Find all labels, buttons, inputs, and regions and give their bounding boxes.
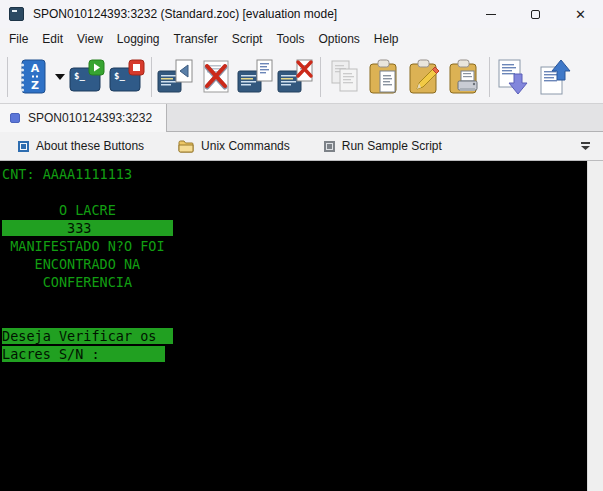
terminal-line xyxy=(2,183,587,201)
toolbar-separator xyxy=(151,57,152,97)
download-file-icon xyxy=(495,58,533,96)
disconnect-terminal-icon: $_ xyxy=(108,58,146,96)
session-tab-label: SPON010124393:3232 xyxy=(28,111,152,125)
menu-item-edit[interactable]: Edit xyxy=(35,29,70,49)
abort-transfer-icon xyxy=(197,58,235,96)
svg-text:Z: Z xyxy=(31,79,39,92)
close-icon: ✕ xyxy=(575,8,586,21)
window-title: SPON010124393:3232 (Standard.zoc) [evalu… xyxy=(33,7,468,21)
toolbar-separator xyxy=(489,57,490,97)
button-label: Unix Commands xyxy=(201,139,290,153)
terminal-line: Deseja Verificar os xyxy=(2,327,587,345)
chevron-down-icon xyxy=(55,74,65,80)
run-sample-script-button[interactable]: Run Sample Script xyxy=(320,137,446,155)
menu-item-file[interactable]: File xyxy=(2,29,35,49)
terminal-line: MANIFESTADO N?O FOI xyxy=(2,237,587,255)
button-label: About these Buttons xyxy=(36,139,144,153)
connect-terminal-icon: $_ xyxy=(68,58,106,96)
title-bar: SPON010124393:3232 (Standard.zoc) [evalu… xyxy=(0,0,603,28)
terminal-line: O LACRE xyxy=(2,201,587,219)
svg-text:$_: $_ xyxy=(114,71,125,81)
toolbar: A Z $_ $_ xyxy=(0,50,603,104)
terminal-line: Lacres S/N : xyxy=(2,345,587,363)
disconnect-button[interactable]: $_ xyxy=(107,53,147,101)
session-tab[interactable]: SPON010124393:3232 xyxy=(0,104,167,132)
tab-strip-filler xyxy=(167,104,603,132)
terminal-area: CNT: AAAA1111113 O LACRE 333 MANIFESTADO… xyxy=(0,161,603,491)
terminal-line xyxy=(2,309,587,327)
menu-bar: File Edit View Logging Transfer Script T… xyxy=(0,28,603,50)
upload-file-button[interactable] xyxy=(534,53,574,101)
maximize-icon xyxy=(531,10,540,19)
abort-send-button[interactable] xyxy=(276,53,316,101)
connect-button[interactable]: $_ xyxy=(67,53,107,101)
toolbar-separator xyxy=(320,57,321,97)
about-these-buttons-button[interactable]: About these Buttons xyxy=(14,137,148,155)
session-tab-icon xyxy=(10,113,20,123)
svg-text:A: A xyxy=(31,62,40,75)
menu-item-script[interactable]: Script xyxy=(225,29,270,49)
app-terminal-icon xyxy=(9,7,24,21)
receive-file-icon xyxy=(157,58,195,96)
paste-icon xyxy=(366,58,404,96)
print-clipboard-icon xyxy=(446,58,484,96)
paste-edit-icon xyxy=(406,58,444,96)
copy-button[interactable] xyxy=(325,53,365,101)
folder-icon xyxy=(178,140,194,153)
abort-transfer-button[interactable] xyxy=(196,53,236,101)
menu-item-transfer[interactable]: Transfer xyxy=(167,29,225,49)
maximize-button[interactable] xyxy=(513,0,558,28)
paste-edit-button[interactable] xyxy=(405,53,445,101)
terminal-line: ENCONTRADO NA xyxy=(2,255,587,273)
button-label: Run Sample Script xyxy=(342,139,442,153)
terminal-line: CNT: AAAA1111113 xyxy=(2,165,587,183)
minimize-button[interactable] xyxy=(468,0,513,28)
close-button[interactable]: ✕ xyxy=(558,0,603,28)
minimize-icon xyxy=(486,14,496,15)
receive-file-button[interactable] xyxy=(156,53,196,101)
terminal-line: 333 xyxy=(2,219,587,237)
terminal-line: CONFERENCIA xyxy=(2,273,587,291)
square-button-icon xyxy=(18,141,29,152)
address-book-icon: A Z xyxy=(16,58,48,96)
terminal-screen[interactable]: CNT: AAAA1111113 O LACRE 333 MANIFESTADO… xyxy=(0,161,587,491)
chevron-overflow-icon xyxy=(580,142,591,151)
zoc-window: SPON010124393:3232 (Standard.zoc) [evalu… xyxy=(0,0,603,491)
paste-button[interactable] xyxy=(365,53,405,101)
address-book-button[interactable]: A Z xyxy=(12,53,52,101)
menu-item-help[interactable]: Help xyxy=(367,29,406,49)
menu-item-options[interactable]: Options xyxy=(311,29,366,49)
abort-send-icon xyxy=(277,58,315,96)
copy-icon xyxy=(326,58,364,96)
terminal-scrollbar-track[interactable] xyxy=(587,161,603,491)
upload-file-icon xyxy=(535,58,573,96)
menu-item-logging[interactable]: Logging xyxy=(110,29,167,49)
square-button-icon xyxy=(324,141,335,152)
menu-item-tools[interactable]: Tools xyxy=(269,29,311,49)
unix-commands-button[interactable]: Unix Commands xyxy=(174,137,294,155)
toolbar-separator xyxy=(7,57,8,97)
tab-strip: SPON010124393:3232 xyxy=(0,104,603,132)
terminal-line xyxy=(2,291,587,309)
address-book-dropdown[interactable] xyxy=(52,53,67,101)
send-file-icon xyxy=(237,58,275,96)
send-file-button[interactable] xyxy=(236,53,276,101)
menu-item-view[interactable]: View xyxy=(70,29,110,49)
print-clipboard-button[interactable] xyxy=(445,53,485,101)
button-bar: About these Buttons Unix Commands Run Sa… xyxy=(0,132,603,161)
buttonbar-overflow-button[interactable] xyxy=(575,135,595,157)
download-file-button[interactable] xyxy=(494,53,534,101)
svg-text:$_: $_ xyxy=(74,71,85,81)
